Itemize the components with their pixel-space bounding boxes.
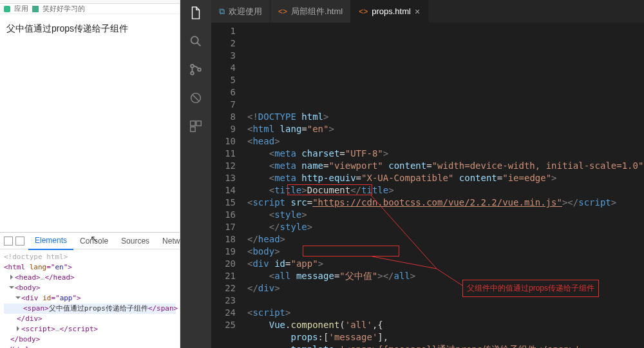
device-icon[interactable] [15,237,24,246]
tab-file-2[interactable]: <> props.html × [351,0,428,23]
svg-point-0 [191,37,198,44]
activity-bar [180,0,211,348]
html-icon: <> [359,7,368,16]
line-number: 23 [211,295,236,307]
line-number: 12 [211,160,236,172]
code-line[interactable]: <script> [247,307,644,319]
dom-head[interactable]: <head>…</head> [4,273,176,283]
line-number: 19 [211,246,236,258]
svg-rect-9 [191,127,195,131]
svg-rect-7 [191,121,195,126]
line-number: 13 [211,172,236,184]
line-number: 5 [211,74,236,86]
files-icon[interactable] [188,5,204,21]
line-number: 22 [211,282,236,295]
code-line[interactable]: <meta charset="UTF-8"> [247,148,644,160]
annotation-label: 父组件中的值通过props传递给子组件 [462,280,599,297]
dom-tree[interactable]: <!doctype html> <html lang="en"> <head>…… [0,249,180,348]
tab-label: 局部组件.html [291,6,343,17]
extensions-icon[interactable] [188,119,204,134]
code-line[interactable]: <head> [247,135,644,148]
line-gutter: 1234567891011121314151617181920212223242… [211,23,243,348]
line-number: 16 [211,209,236,221]
apps-icon[interactable] [4,6,10,12]
line-number: 2 [211,37,236,50]
vscode: ⧉ 欢迎使用 <> 局部组件.html <> props.html × 1234… [180,0,644,348]
cursor-icon: ↖ [90,233,99,245]
code-line[interactable]: <!DOCTYPE html> [247,111,644,123]
code-line[interactable]: props:['message'], [247,331,644,343]
tab-elements[interactable]: Elements [28,232,73,250]
bookmark-item[interactable]: 笑好好学习的 [43,4,85,14]
line-number: 8 [211,111,236,123]
code-line[interactable]: Vue.component('all',{ [247,319,644,331]
code-lines[interactable]: <!DOCTYPE html><html lang="en"><head> <m… [243,23,644,348]
line-number: 9 [211,123,236,135]
dom-body-close[interactable]: </body> [4,334,176,345]
code-line[interactable]: <meta http-equiv="X-UA-Compatible" conte… [247,172,644,184]
tab-sources[interactable]: Sources [115,233,156,249]
tab-label: props.html [372,6,411,16]
dom-body-open[interactable]: <body> [4,283,176,293]
svg-point-4 [198,68,201,72]
svg-point-3 [191,72,194,75]
dom-html-close[interactable]: </html> [4,345,176,348]
line-number: 1 [211,25,236,37]
dom-script[interactable]: <script>…</script> [4,324,176,334]
dom-html-open[interactable]: <html lang="en"> [4,262,176,273]
dom-span[interactable]: <span>父中值通过props传递给子组件</span> = [4,304,176,314]
html-icon: <> [278,7,287,16]
devtools: Elements Console Sources Netwo <!doctype… [0,232,180,348]
bookmark-item[interactable]: 应用 [14,4,28,14]
bookmark-icon [32,6,39,12]
line-number: 17 [211,221,236,233]
line-number: 25 [211,319,236,331]
editor-tabs: ⧉ 欢迎使用 <> 局部组件.html <> props.html × [211,0,644,23]
code-line[interactable]: </style> [247,221,644,233]
code-line[interactable]: <title>Document</title> [247,184,644,197]
close-icon[interactable]: × [415,7,420,16]
code-line[interactable]: <meta name="viewport" content="width=dev… [247,160,644,172]
browser-panel: 应用 笑好好学习的 父中值通过props传递给子组件 ↖ Elements Co… [0,0,180,348]
root: 应用 笑好好学习的 父中值通过props传递给子组件 ↖ Elements Co… [0,0,644,348]
debug-icon[interactable] [188,90,204,106]
code-line[interactable]: <style> [247,209,644,221]
code-line[interactable]: <html lang="en"> [247,123,644,135]
dom-doctype: <!doctype html> [4,252,176,262]
inspect-icon[interactable] [4,237,13,246]
svg-rect-8 [196,121,201,126]
search-icon[interactable] [188,34,204,49]
editor: ⧉ 欢迎使用 <> 局部组件.html <> props.html × 1234… [211,0,644,348]
tab-label: 欢迎使用 [229,6,262,17]
code-line[interactable]: <script src="https://cdn.bootcss.com/vue… [247,197,644,209]
svg-point-2 [191,64,194,68]
bookmarks-bar[interactable]: 应用 笑好好学习的 [0,4,180,14]
line-number: 4 [211,62,236,74]
vscode-icon: ⧉ [219,6,225,17]
line-number: 21 [211,270,236,282]
rendered-text: 父中值通过props传递给子组件 [6,23,173,35]
code-line[interactable]: <div id="app"> [247,258,644,270]
line-number: 24 [211,307,236,319]
svg-line-6 [193,95,198,101]
line-number: 14 [211,184,236,197]
tab-file-1[interactable]: <> 局部组件.html [270,0,351,23]
dom-div-open[interactable]: <div id="app"> [4,293,176,304]
code-line[interactable]: template:'<span>{{message}}通过props传递给子组件… [247,343,644,348]
svg-line-1 [197,43,200,46]
code-area[interactable]: 1234567891011121314151617181920212223242… [211,23,644,348]
line-number: 6 [211,86,236,99]
line-number: 3 [211,50,236,62]
code-line[interactable]: </head> [247,233,644,246]
line-number: 10 [211,135,236,148]
code-line[interactable]: <body> [247,246,644,258]
line-number: 18 [211,233,236,246]
page-content: 父中值通过props传递给子组件 ↖ [0,14,180,232]
line-number: 15 [211,197,236,209]
line-number: 20 [211,258,236,270]
line-number: 7 [211,99,236,111]
dom-div-close[interactable]: </div> [4,314,176,324]
line-number: 11 [211,148,236,160]
tab-welcome[interactable]: ⧉ 欢迎使用 [211,0,270,23]
git-icon[interactable] [188,62,204,77]
